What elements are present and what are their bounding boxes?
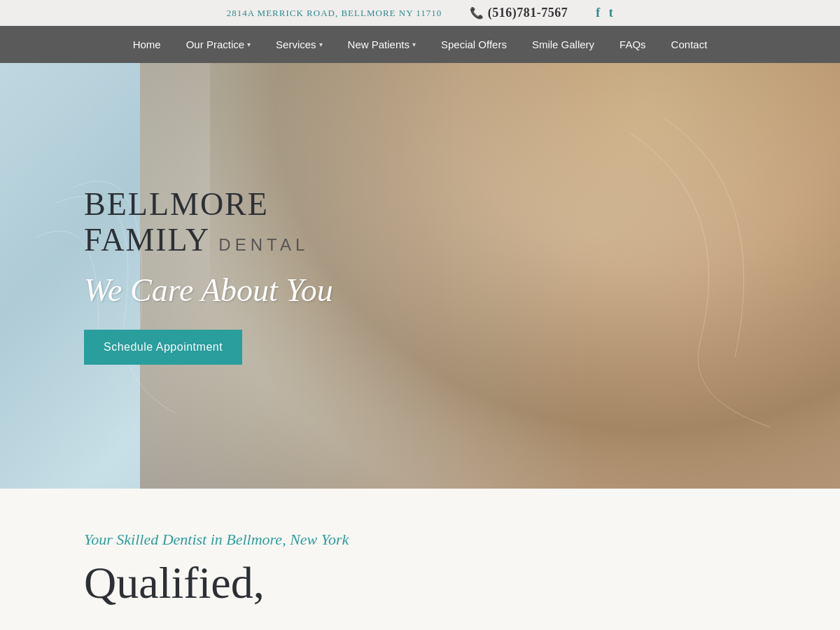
facebook-icon[interactable]: f <box>596 6 601 20</box>
nav-item-new-patients[interactable]: New Patients ▾ <box>335 26 428 63</box>
phone-block: 📞 (516)781-7567 <box>470 6 568 20</box>
hero-section: BELLMORE FAMILY DENTAL We Care About You… <box>0 63 840 489</box>
section-subtitle: Your Skilled Dentist in Bellmore, New Yo… <box>84 531 756 549</box>
brand-name-line2: FAMILY DENTAL <box>84 223 840 258</box>
twitter-icon[interactable]: t <box>609 6 614 20</box>
brand-family: FAMILY <box>84 222 210 258</box>
nav-item-services[interactable]: Services ▾ <box>263 26 335 63</box>
brand-dental: DENTAL <box>218 235 309 254</box>
hero-content: BELLMORE FAMILY DENTAL We Care About You… <box>0 63 840 489</box>
address: 2814A MERRICK ROAD, BELLMORE NY 11710 <box>227 8 442 19</box>
hero-tagline: We Care About You <box>84 272 840 309</box>
nav-item-our-practice[interactable]: Our Practice ▾ <box>174 26 263 63</box>
section-heading: Qualified, <box>84 557 756 609</box>
phone-icon: 📞 <box>470 6 484 20</box>
nav-item-home[interactable]: Home <box>120 26 174 63</box>
main-nav: HomeOur Practice ▾Services ▾New Patients… <box>0 26 840 63</box>
nav-item-faqs[interactable]: FAQs <box>607 26 659 63</box>
nav-item-contact[interactable]: Contact <box>659 26 720 63</box>
hero-logo: BELLMORE FAMILY DENTAL <box>84 187 840 258</box>
top-bar: 2814A MERRICK ROAD, BELLMORE NY 11710 📞 … <box>0 0 840 26</box>
below-hero-section: Your Skilled Dentist in Bellmore, New Yo… <box>0 489 840 630</box>
social-icons: f t <box>596 6 613 20</box>
chevron-down-icon: ▾ <box>412 41 416 48</box>
phone-number: (516)781-7567 <box>488 6 568 20</box>
brand-name-line1: BELLMORE <box>84 187 840 223</box>
chevron-down-icon: ▾ <box>247 41 251 48</box>
brand-bellmore: BELLMORE <box>84 186 269 222</box>
schedule-appointment-button[interactable]: Schedule Appointment <box>84 330 242 365</box>
nav-item-smile-gallery[interactable]: Smile Gallery <box>519 26 607 63</box>
chevron-down-icon: ▾ <box>319 41 323 48</box>
nav-item-special-offers[interactable]: Special Offers <box>428 26 519 63</box>
